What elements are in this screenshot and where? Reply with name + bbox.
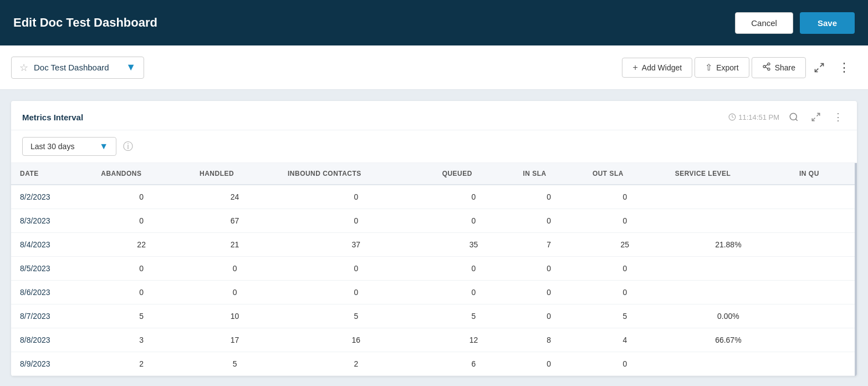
table-row: 8/6/2023000000 <box>11 281 856 304</box>
star-icon: ☆ <box>19 62 28 74</box>
metrics-table: DATE ABANDONS HANDLED INBOUND CONTACTS Q… <box>11 163 857 376</box>
table-cell: 0 <box>433 257 514 281</box>
widget-header: Metrics Interval 11:14:51 PM <box>11 101 857 130</box>
table-cell <box>790 209 856 233</box>
table-cell: 5 <box>584 304 666 328</box>
table-cell: 21 <box>191 233 279 257</box>
svg-line-4 <box>765 64 768 66</box>
table-cell <box>666 257 790 281</box>
table-cell: 0 <box>92 209 191 233</box>
filter-row: Last 30 days ▼ ⓘ <box>11 130 857 163</box>
date-range-select[interactable]: Last 30 days ▼ <box>22 137 116 156</box>
table-cell: 0 <box>279 257 433 281</box>
table-row: 8/7/202351055050.00% <box>11 304 856 328</box>
table-cell: 5 <box>433 304 514 328</box>
share-label: Share <box>775 63 795 72</box>
table-row: 8/9/2023252600 <box>11 352 856 376</box>
ellipsis-icon: ⋮ <box>838 60 851 75</box>
table-cell: 22 <box>92 233 191 257</box>
metrics-table-container: DATE ABANDONS HANDLED INBOUND CONTACTS Q… <box>11 163 857 376</box>
info-icon[interactable]: ⓘ <box>123 140 133 153</box>
table-cell: 24 <box>191 185 279 209</box>
table-cell: 2 <box>92 352 191 376</box>
table-cell: 0 <box>514 304 583 328</box>
table-cell: 8/2/2023 <box>11 185 92 209</box>
cancel-button[interactable]: Cancel <box>735 12 793 34</box>
table-cell: 0 <box>584 185 666 209</box>
dashboard-selector[interactable]: ☆ Doc Test Dashboard ▼ <box>11 57 144 79</box>
add-widget-button[interactable]: + Add Widget <box>622 58 692 78</box>
table-cell: 0 <box>584 352 666 376</box>
table-cell: 0 <box>279 209 433 233</box>
col-queued: QUEUED <box>433 163 514 185</box>
table-cell: 25 <box>584 233 666 257</box>
table-row: 8/4/20232221373572521.88% <box>11 233 856 257</box>
save-button[interactable]: Save <box>800 12 855 34</box>
add-widget-label: Add Widget <box>642 63 682 72</box>
table-cell: 0 <box>191 281 279 304</box>
col-date: DATE <box>11 163 92 185</box>
table-cell <box>790 328 856 352</box>
filter-chevron-icon: ▼ <box>99 141 108 151</box>
table-cell <box>666 281 790 304</box>
table-cell: 16 <box>279 328 433 352</box>
table-cell: 6 <box>433 352 514 376</box>
table-cell: 0 <box>514 352 583 376</box>
widget-fullscreen-button[interactable] <box>808 111 824 123</box>
more-options-button[interactable]: ⋮ <box>833 56 857 79</box>
col-abandons: ABANDONS <box>92 163 191 185</box>
col-handled: HANDLED <box>191 163 279 185</box>
col-in-sla: IN SLA <box>514 163 583 185</box>
table-cell: 66.67% <box>666 328 790 352</box>
table-cell: 0 <box>584 281 666 304</box>
svg-point-8 <box>790 113 796 120</box>
table-cell: 0 <box>433 185 514 209</box>
table-cell <box>790 352 856 376</box>
table-cell: 0 <box>279 185 433 209</box>
share-button[interactable]: Share <box>752 57 806 78</box>
date-range-label: Last 30 days <box>30 142 74 151</box>
table-cell: 7 <box>514 233 583 257</box>
col-in-qu: IN QU <box>790 163 856 185</box>
widget-timestamp: 11:14:51 PM <box>728 113 779 121</box>
widget-card: Metrics Interval 11:14:51 PM <box>11 101 857 376</box>
table-cell: 0 <box>191 257 279 281</box>
widget-search-button[interactable] <box>786 111 801 123</box>
table-cell: 8/9/2023 <box>11 352 92 376</box>
page-title: Edit Doc Test Dashboard <box>13 16 157 30</box>
widget-header-actions: 11:14:51 PM ⋮ <box>728 110 846 124</box>
table-cell <box>790 281 856 304</box>
table-cell: 8/4/2023 <box>11 233 92 257</box>
sub-header: ☆ Doc Test Dashboard ▼ + Add Widget ⇧ Ex… <box>0 45 868 90</box>
export-button[interactable]: ⇧ Export <box>695 57 749 78</box>
top-header: Edit Doc Test Dashboard Cancel Save <box>0 0 868 45</box>
table-cell <box>790 257 856 281</box>
svg-line-11 <box>812 118 815 121</box>
table-cell: 35 <box>433 233 514 257</box>
table-row: 8/2/20230240000 <box>11 185 856 209</box>
table-cell: 0 <box>433 281 514 304</box>
table-cell <box>666 352 790 376</box>
chevron-down-icon: ▼ <box>126 62 136 73</box>
table-cell: 8/6/2023 <box>11 281 92 304</box>
table-cell: 21.88% <box>666 233 790 257</box>
table-cell: 0 <box>92 185 191 209</box>
table-cell: 0 <box>584 209 666 233</box>
table-cell: 67 <box>191 209 279 233</box>
table-cell: 4 <box>584 328 666 352</box>
table-cell: 8/5/2023 <box>11 257 92 281</box>
widget-more-button[interactable]: ⋮ <box>830 110 846 124</box>
table-cell: 0 <box>92 281 191 304</box>
svg-line-9 <box>795 119 797 120</box>
table-cell <box>666 209 790 233</box>
table-row: 8/3/20230670000 <box>11 209 856 233</box>
export-label: Export <box>716 63 738 72</box>
table-cell: 17 <box>191 328 279 352</box>
table-cell: 8/3/2023 <box>11 209 92 233</box>
fullscreen-button[interactable] <box>808 58 830 78</box>
plus-icon: + <box>632 63 637 73</box>
col-inbound-contacts: INBOUND CONTACTS <box>279 163 433 185</box>
table-cell: 37 <box>279 233 433 257</box>
table-cell: 0 <box>584 257 666 281</box>
widget-ellipsis-icon: ⋮ <box>833 111 843 123</box>
